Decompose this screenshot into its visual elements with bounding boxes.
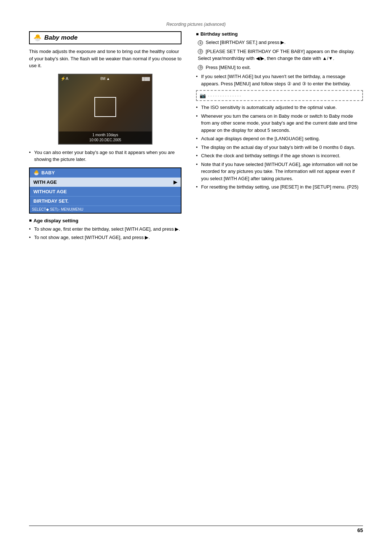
b-bullet-1: The ISO sensitivity is automatically adj… bbox=[196, 104, 363, 111]
menu-item-birthday-label: BIRTHDAY SET. bbox=[33, 198, 69, 204]
birthday-setting-title: Birthday setting bbox=[196, 31, 363, 37]
baby-menu-box: 🐣 BABY WITH AGE ▶ WITHOUT AGE BIRTHDAY S… bbox=[29, 167, 181, 214]
step-2: ② [PLEASE SET THE BIRTHDAY OF THE BABY] … bbox=[198, 48, 363, 62]
b-bullet-7: For resetting the birthday setting, use … bbox=[196, 183, 363, 191]
step-3-text: Press [MENU] to exit. bbox=[206, 65, 251, 70]
b-bullet-3: Actual age displays depend on the [LANGU… bbox=[196, 135, 363, 142]
age-display: 1 month 10days bbox=[60, 133, 150, 138]
menu-header: 🐣 BABY bbox=[30, 168, 181, 178]
age-bullet-2: To not show age, select [WITHOUT AGE], a… bbox=[29, 234, 181, 241]
step-2-text: [PLEASE SET THE BIRTHDAY OF THE BABY] ap… bbox=[198, 49, 355, 61]
flash-icon: ⚡A bbox=[61, 76, 68, 81]
step-2-num: ② bbox=[198, 49, 203, 54]
section-description: This mode adjusts the exposure and tone … bbox=[29, 48, 181, 69]
birthday-note1-list: If you select [WITH AGE] but you haven't… bbox=[196, 73, 363, 87]
page-container: Recording pictures (advanced) 🐣 Baby mod… bbox=[0, 0, 392, 555]
battery-icon: ▓▓▓ bbox=[142, 77, 150, 81]
menu-footer: SELECT◆ SET▷ MENU|MENU bbox=[30, 206, 181, 213]
age-display-setting-title: Age display setting bbox=[29, 218, 181, 223]
menu-header-icon: 🐣 bbox=[33, 170, 39, 175]
left-column: 🐣 Baby mode This mode adjusts the exposu… bbox=[29, 31, 181, 244]
menu-item-with-age-arrow: ▶ bbox=[173, 179, 177, 185]
age-bullet-1: To show age, first enter the birthday, s… bbox=[29, 226, 181, 233]
section-title-text: Baby mode bbox=[44, 34, 78, 41]
menu-item-without-age[interactable]: WITHOUT AGE bbox=[30, 187, 181, 197]
resolution-icon: 8M ▲ bbox=[100, 77, 110, 81]
bottom-line bbox=[29, 526, 363, 526]
age-display-bullets: To show age, first enter the birthday, s… bbox=[29, 226, 181, 241]
face-detect-box bbox=[94, 97, 116, 117]
intro-bullet-1: You can also enter your baby's age so th… bbox=[29, 149, 181, 163]
dashed-line: - - - - - - - - - - - - - - bbox=[208, 93, 241, 98]
menu-header-label: BABY bbox=[41, 170, 55, 175]
menu-item-without-age-label: WITHOUT AGE bbox=[33, 189, 67, 194]
camera-top-bar: ⚡A 8M ▲ ▓▓▓ bbox=[61, 76, 150, 81]
date-display: 10:00 20.DEC.2005 bbox=[60, 138, 150, 143]
menu-item-with-age[interactable]: WITH AGE ▶ bbox=[30, 178, 181, 187]
b-bullet-4: The display on the actual day of your ba… bbox=[196, 144, 363, 151]
b-bullet-5: Check the clock and birthday settings if… bbox=[196, 152, 363, 159]
b-bullet-2: Whenever you turn the camera on in Baby … bbox=[196, 113, 363, 134]
section-title-box: 🐣 Baby mode bbox=[29, 31, 181, 44]
step-1-text: Select [BIRTHDAY SET.] and press ▶. bbox=[206, 40, 286, 45]
two-column-layout: 🐣 Baby mode This mode adjusts the exposu… bbox=[29, 31, 363, 244]
dashed-info-box: 📷 - - - - - - - - - - - - - - bbox=[196, 90, 363, 101]
birthday-steps: ① Select [BIRTHDAY SET.] and press ▶. ② … bbox=[196, 39, 363, 71]
page-number: 65 bbox=[357, 527, 363, 533]
menu-item-birthday-set[interactable]: BIRTHDAY SET. bbox=[30, 197, 181, 206]
camera-bottom-info: 1 month 10days 10:00 20.DEC.2005 bbox=[59, 131, 152, 144]
info-icon: 📷 bbox=[200, 93, 206, 98]
intro-bullets: You can also enter your baby's age so th… bbox=[29, 149, 181, 163]
baby-mode-icon: 🐣 bbox=[33, 34, 41, 42]
birthday-note1: If you select [WITH AGE] but you haven't… bbox=[196, 73, 363, 87]
right-column: Birthday setting ① Select [BIRTHDAY SET.… bbox=[196, 31, 363, 244]
step-3-num: ③ bbox=[198, 65, 203, 70]
camera-screen: ⚡A 8M ▲ ▓▓▓ 1 month 10days 10:00 20.DEC.… bbox=[58, 74, 152, 145]
step-1: ① Select [BIRTHDAY SET.] and press ▶. bbox=[198, 39, 363, 46]
menu-item-with-age-label: WITH AGE bbox=[33, 179, 57, 185]
step-3: ③ Press [MENU] to exit. bbox=[198, 64, 363, 71]
page-caption: Recording pictures (advanced) bbox=[29, 22, 363, 27]
menu-footer-text: SELECT◆ SET▷ MENU|MENU bbox=[32, 207, 83, 211]
birthday-bullets: The ISO sensitivity is automatically adj… bbox=[196, 104, 363, 191]
step-1-num: ① bbox=[198, 40, 203, 45]
b-bullet-6: Note that if you have selected [WITHOUT … bbox=[196, 161, 363, 182]
